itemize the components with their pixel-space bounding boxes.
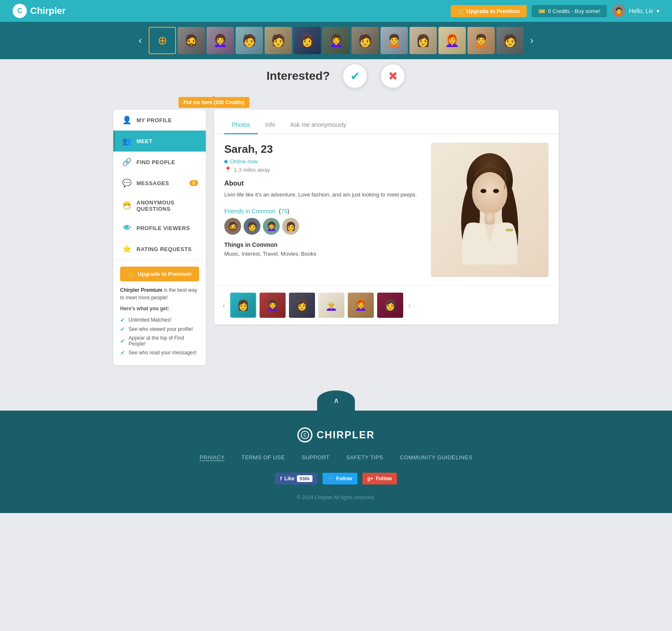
profile-icon: 👤 xyxy=(122,115,131,125)
strip-thumb-8[interactable]: 🧑‍🦱 xyxy=(381,27,408,54)
strip-thumb-5[interactable]: 👩 xyxy=(294,27,321,54)
footer-link-community[interactable]: COMMUNITY GUIDELINES xyxy=(400,454,472,461)
sidebar-label-find-people: FIND PEOPLE xyxy=(136,159,175,165)
sidebar-item-viewers[interactable]: 👁 PROFILE VIEWERS xyxy=(113,218,206,238)
things-common-title: Things in Common xyxy=(224,241,421,248)
profile-card: Photos Info Ask me anonymously Sarah, 23… xyxy=(214,110,559,325)
add-me-thumbnail[interactable]: ⊕ xyxy=(149,27,176,54)
sidebar-upgrade-button[interactable]: 👑 Upgrade to Premium xyxy=(120,267,199,281)
photos-prev-arrow[interactable]: ‹ xyxy=(221,301,227,310)
strip-thumb-7[interactable]: 🧑 xyxy=(352,27,379,54)
user-avatar: 🙍 xyxy=(612,4,625,18)
sidebar-item-find-people[interactable]: 🔗 FIND PEOPLE xyxy=(113,152,206,173)
friend-avatar-1[interactable]: 🧔 xyxy=(224,218,241,235)
profile-photo-svg xyxy=(444,147,536,273)
friend-avatar-4[interactable]: 👩 xyxy=(282,218,299,235)
profile-main-photo xyxy=(431,143,549,277)
logo-icon: C xyxy=(13,4,27,18)
sidebar-item-messages[interactable]: 💬 MESSAGES 6 xyxy=(113,173,206,194)
svg-rect-2 xyxy=(485,212,495,225)
friend-avatar-3[interactable]: 👩‍🦱 xyxy=(263,218,280,235)
footer-link-terms[interactable]: TERMS OF USE xyxy=(242,454,285,461)
sidebar-label-rating: RATING REQUESTS xyxy=(136,246,192,252)
google-plus-icon: g+ xyxy=(368,476,373,482)
crown-sidebar-icon: 👑 xyxy=(128,271,134,277)
check-icon-4: ✔ xyxy=(120,349,125,356)
tab-ask-anonymously[interactable]: Ask me anonymously xyxy=(283,116,354,134)
credit-icon: 🎫 xyxy=(538,8,545,14)
messages-icon: 💬 xyxy=(122,178,131,188)
strip-thumb-11[interactable]: 🧑‍🦱 xyxy=(467,27,495,54)
sidebar-item-rating[interactable]: ⭐ RATING REQUESTS xyxy=(113,238,206,259)
top-strip: ‹ ⊕ 🧔 👩‍🦱 🧑 🧑 👩 👩‍🦱 🧑 🧑‍🦱 👩 👩‍🦰 🧑‍🦱 🧑 › xyxy=(0,22,672,59)
tab-photos[interactable]: Photos xyxy=(224,116,258,134)
profile-status: Online now xyxy=(224,158,421,165)
credits-button[interactable]: 🎫 0 Credits - Buy some! xyxy=(532,5,607,17)
sidebar-label-my-profile: MY PROFILE xyxy=(136,117,172,123)
strip-thumb-1[interactable]: 🧔 xyxy=(178,27,205,54)
main-layout: 👤 MY PROFILE 👥 MEET 🔗 FIND PEOPLE 💬 MESS… xyxy=(105,97,567,378)
logo: C Chirpler xyxy=(13,4,66,18)
friends-avatars: 🧔 🧑 👩‍🦱 👩 xyxy=(224,218,421,235)
strip-thumb-12[interactable]: 🧑 xyxy=(496,27,524,54)
facebook-like-button[interactable]: f Like 938k xyxy=(275,473,318,484)
friends-common: Friends in Common (75) 🧔 🧑 👩‍🦱 👩 xyxy=(224,208,421,235)
sidebar: 👤 MY PROFILE 👥 MEET 🔗 FIND PEOPLE 💬 MESS… xyxy=(113,110,206,365)
twitter-follow-button[interactable]: 🐦 Follow xyxy=(323,473,357,484)
google-plus-follow-button[interactable]: g+ Follow xyxy=(362,473,397,484)
strip-next-arrow[interactable]: › xyxy=(526,35,538,46)
strip-thumb-4[interactable]: 🧑 xyxy=(265,27,292,54)
strip-prev-arrow[interactable]: ‹ xyxy=(134,35,146,46)
no-button[interactable]: ✖ xyxy=(380,63,405,89)
photo-thumb-6[interactable]: 👩 xyxy=(377,293,403,318)
footer-bump[interactable]: ∧ xyxy=(317,390,355,411)
sidebar-item-anonymous[interactable]: 😷 ANONYMOUS QUESTIONS xyxy=(113,194,206,218)
main-area: Interested? ✔ ✖ 👤 MY PROFILE 👥 MEET 🔗 FI… xyxy=(0,59,672,390)
strip-thumb-9[interactable]: 👩 xyxy=(410,27,437,54)
things-common: Things in Common Music, Interest, Travel… xyxy=(224,241,421,257)
friend-avatar-2[interactable]: 🧑 xyxy=(244,218,260,235)
strip-thumb-10[interactable]: 👩‍🦰 xyxy=(438,27,466,54)
strip-thumb-3[interactable]: 🧑 xyxy=(236,27,263,54)
twitter-icon: 🐦 xyxy=(328,476,334,482)
rating-icon: ⭐ xyxy=(122,244,131,254)
footer-link-support[interactable]: SUPPORT xyxy=(302,454,329,461)
premium-features: ✔ Unlimited Matches! ✔ See who viewed yo… xyxy=(120,317,199,356)
footer: C CHIRPLER PRIVACY TERMS OF USE SUPPORT … xyxy=(0,411,672,513)
crown-icon: 👑 xyxy=(457,8,464,14)
strip-thumb-2[interactable]: 👩‍🦱 xyxy=(207,27,234,54)
photo-thumb-3[interactable]: 👩 xyxy=(289,293,315,318)
feature-4: ✔ See who read your messages! xyxy=(120,349,199,356)
sidebar-item-my-profile[interactable]: 👤 MY PROFILE xyxy=(113,110,206,131)
photo-thumbnails-row: ‹ 👩 👩‍🦱 👩 👩‍🦳 👩‍🦰 xyxy=(214,285,559,325)
checkmark-icon: ✔ xyxy=(350,69,360,83)
feature-3: ✔ Appear at the top of Find People! xyxy=(120,335,199,347)
footer-link-privacy[interactable]: PRIVACY xyxy=(200,454,225,461)
strip-thumbnails: ⊕ 🧔 👩‍🦱 🧑 🧑 👩 👩‍🦱 🧑 🧑‍🦱 👩 👩‍🦰 🧑‍🦱 🧑 xyxy=(149,27,524,54)
footer-social: f Like 938k 🐦 Follow g+ Follow xyxy=(0,473,672,484)
strip-thumb-6[interactable]: 👩‍🦱 xyxy=(323,27,350,54)
interested-title: Interested? xyxy=(267,69,330,83)
upgrade-premium-button[interactable]: 👑 Upgrade to Premium xyxy=(451,5,527,17)
user-menu[interactable]: 🙍 Hello, Liv ▾ xyxy=(612,4,659,18)
features-title: Here's what you get: xyxy=(120,305,199,312)
svg-point-3 xyxy=(480,189,486,193)
photo-thumb-1[interactable]: 👩 xyxy=(230,293,256,318)
facebook-count: 938k xyxy=(297,475,312,482)
put-me-here-button[interactable]: Put me here (200 Credits) xyxy=(178,97,249,108)
meet-icon: 👥 xyxy=(122,136,131,146)
photo-thumb-2[interactable]: 👩‍🦱 xyxy=(260,293,286,318)
profile-photo-col xyxy=(431,143,549,277)
things-common-text: Music, Interest, Travel, Movies, Books xyxy=(224,251,421,257)
profile-info-col: Sarah, 23 Online now 📍 1.3 miles away Ab… xyxy=(224,143,421,277)
photo-thumb-4[interactable]: 👩‍🦳 xyxy=(318,293,344,318)
tab-info[interactable]: Info xyxy=(258,116,283,134)
footer-logo-svg: C xyxy=(301,431,309,439)
about-label: About xyxy=(224,180,421,187)
photos-next-arrow[interactable]: › xyxy=(407,301,412,310)
photo-thumb-5[interactable]: 👩‍🦰 xyxy=(348,293,374,318)
sidebar-item-meet[interactable]: 👥 MEET xyxy=(113,131,206,152)
yes-button[interactable]: ✔ xyxy=(342,63,368,89)
footer-link-safety[interactable]: SAFETY TIPS xyxy=(346,454,383,461)
check-icon-2: ✔ xyxy=(120,326,125,333)
